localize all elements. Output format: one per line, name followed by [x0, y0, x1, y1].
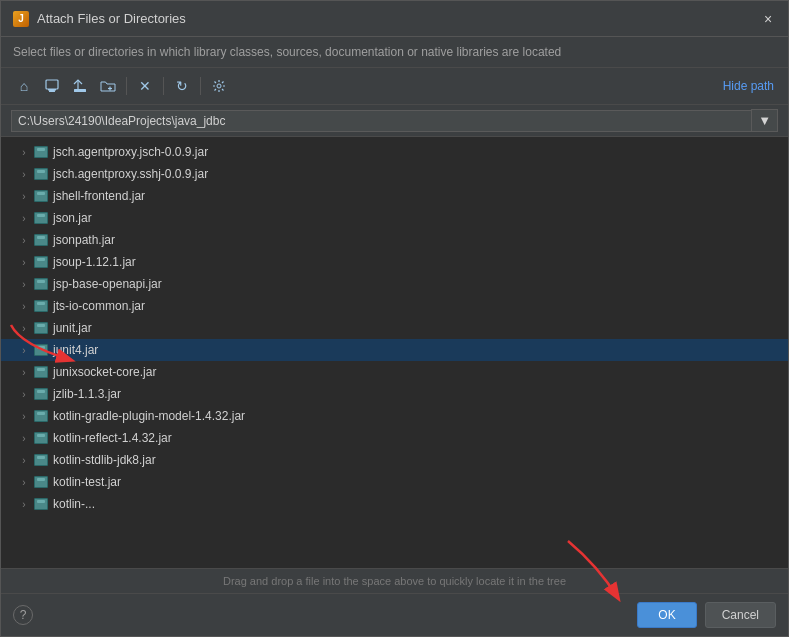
list-item[interactable]: › jsp-base-openapi.jar [1, 273, 788, 295]
jar-file-icon [33, 386, 49, 402]
list-item[interactable]: › jsch.agentproxy.sshj-0.0.9.jar [1, 163, 788, 185]
file-label: jts-io-common.jar [53, 299, 145, 313]
jar-file-icon [33, 232, 49, 248]
svg-rect-2 [48, 89, 56, 91]
chevron-right-icon: › [17, 167, 31, 181]
chevron-right-icon: › [17, 211, 31, 225]
hide-path-button[interactable]: Hide path [719, 77, 778, 95]
list-item[interactable]: › junit.jar [1, 317, 788, 339]
list-item[interactable]: › kotlin-gradle-plugin-model-1.4.32.jar [1, 405, 788, 427]
jar-file-icon [33, 166, 49, 182]
close-button[interactable]: × [760, 11, 776, 27]
path-bar: ▼ [1, 105, 788, 137]
list-item[interactable]: › kotlin-test.jar [1, 471, 788, 493]
file-label: jzlib-1.1.3.jar [53, 387, 121, 401]
title-bar-left: J Attach Files or Directories [13, 11, 186, 27]
toolbar: ⌂ [1, 68, 788, 105]
jar-file-icon [33, 364, 49, 380]
file-label: jshell-frontend.jar [53, 189, 145, 203]
refresh-button[interactable]: ↻ [169, 74, 195, 98]
app-icon: J [13, 11, 29, 27]
jar-file-icon [33, 144, 49, 160]
jar-file-icon [33, 254, 49, 270]
file-label: kotlin-reflect-1.4.32.jar [53, 431, 172, 445]
svg-rect-0 [46, 80, 58, 89]
jar-file-icon [33, 342, 49, 358]
attach-files-dialog: J Attach Files or Directories × Select f… [0, 0, 789, 637]
svg-rect-3 [74, 89, 86, 92]
cancel-button[interactable]: Cancel [705, 602, 776, 628]
list-item[interactable]: › jzlib-1.1.3.jar [1, 383, 788, 405]
file-label: jsch.agentproxy.sshj-0.0.9.jar [53, 167, 208, 181]
ok-button[interactable]: OK [637, 602, 696, 628]
path-dropdown-button[interactable]: ▼ [751, 109, 778, 132]
chevron-right-icon: › [17, 299, 31, 313]
jar-file-icon [33, 298, 49, 314]
file-label: kotlin-test.jar [53, 475, 121, 489]
jar-file-icon [33, 474, 49, 490]
list-item[interactable]: › jts-io-common.jar [1, 295, 788, 317]
jar-file-icon [33, 452, 49, 468]
file-label: jsoup-1.12.1.jar [53, 255, 136, 269]
list-item[interactable]: › jsonpath.jar [1, 229, 788, 251]
chevron-right-icon: › [17, 145, 31, 159]
toolbar-left: ⌂ [11, 74, 232, 98]
list-item[interactable]: › jsoup-1.12.1.jar [1, 251, 788, 273]
list-item[interactable]: › json.jar [1, 207, 788, 229]
chevron-right-icon: › [17, 409, 31, 423]
list-item[interactable]: › junixsocket-core.jar [1, 361, 788, 383]
dialog-title: Attach Files or Directories [37, 11, 186, 26]
path-input[interactable] [11, 110, 751, 132]
list-item[interactable]: › jshell-frontend.jar [1, 185, 788, 207]
chevron-right-icon: › [17, 343, 31, 357]
folder-new-button[interactable] [95, 74, 121, 98]
folder-up-button[interactable] [67, 74, 93, 98]
chevron-right-icon: › [17, 321, 31, 335]
file-label: kotlin-gradle-plugin-model-1.4.32.jar [53, 409, 245, 423]
svg-point-6 [217, 84, 221, 88]
file-tree[interactable]: › jsch.agentproxy.jsch-0.0.9.jar › jsch.… [1, 137, 788, 568]
title-bar: J Attach Files or Directories × [1, 1, 788, 37]
list-item[interactable]: › kotlin-stdlib-jdk8.jar [1, 449, 788, 471]
chevron-right-icon: › [17, 387, 31, 401]
desktop-button[interactable] [39, 74, 65, 98]
file-label: junit.jar [53, 321, 92, 335]
dialog-subtitle: Select files or directories in which lib… [1, 37, 788, 68]
home-button[interactable]: ⌂ [11, 74, 37, 98]
chevron-right-icon: › [17, 475, 31, 489]
chevron-right-icon: › [17, 189, 31, 203]
jar-file-icon [33, 210, 49, 226]
config-button[interactable] [206, 74, 232, 98]
footer: ? OK Cancel [1, 593, 788, 636]
footer-buttons: OK Cancel [637, 602, 776, 628]
list-item-junit4[interactable]: › junit4.jar [1, 339, 788, 361]
chevron-right-icon: › [17, 497, 31, 511]
chevron-right-icon: › [17, 453, 31, 467]
file-label: junixsocket-core.jar [53, 365, 156, 379]
file-label: kotlin-stdlib-jdk8.jar [53, 453, 156, 467]
file-label: junit4.jar [53, 343, 98, 357]
chevron-right-icon: › [17, 255, 31, 269]
chevron-right-icon: › [17, 277, 31, 291]
jar-file-icon [33, 496, 49, 512]
jar-file-icon [33, 408, 49, 424]
chevron-right-icon: › [17, 233, 31, 247]
file-label: kotlin-... [53, 497, 95, 511]
file-label: jsch.agentproxy.jsch-0.0.9.jar [53, 145, 208, 159]
jar-file-icon [33, 320, 49, 336]
list-item[interactable]: › kotlin-... [1, 493, 788, 515]
jar-file-icon [33, 188, 49, 204]
list-item[interactable]: › kotlin-reflect-1.4.32.jar [1, 427, 788, 449]
help-button[interactable]: ? [13, 605, 33, 625]
file-label: jsp-base-openapi.jar [53, 277, 162, 291]
jar-file-icon [33, 276, 49, 292]
list-item[interactable]: › jsch.agentproxy.jsch-0.0.9.jar [1, 141, 788, 163]
file-label: jsonpath.jar [53, 233, 115, 247]
jar-file-icon [33, 430, 49, 446]
chevron-right-icon: › [17, 431, 31, 445]
file-label: json.jar [53, 211, 92, 225]
drag-hint: Drag and drop a file into the space abov… [1, 568, 788, 593]
delete-button[interactable]: ✕ [132, 74, 158, 98]
chevron-right-icon: › [17, 365, 31, 379]
